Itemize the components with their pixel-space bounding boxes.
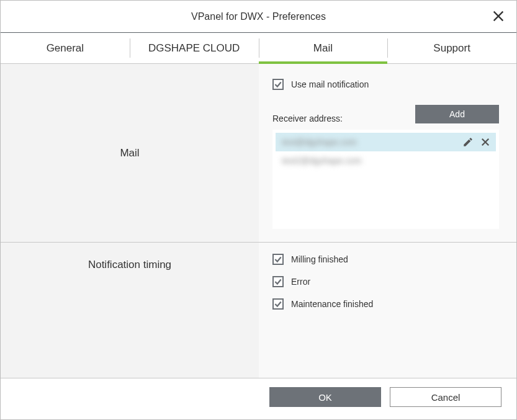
tab-dgshape-cloud[interactable]: DGSHAPE CLOUD <box>130 33 259 63</box>
use-mail-notification-checkbox[interactable]: Use mail notification <box>272 79 499 90</box>
timing-section-heading: Notification timing <box>1 243 259 378</box>
tab-support[interactable]: Support <box>387 33 516 63</box>
mail-section-body: Use mail notification Receiver address: … <box>259 64 516 242</box>
delete-icon[interactable] <box>480 136 491 148</box>
error-label: Error <box>291 277 310 287</box>
button-bar: OK Cancel <box>269 387 501 407</box>
cancel-button[interactable]: Cancel <box>390 387 501 407</box>
milling-finished-label: Milling finished <box>291 254 348 264</box>
ok-button[interactable]: OK <box>269 387 381 407</box>
receiver-row: Receiver address: Add <box>272 105 499 123</box>
add-button[interactable]: Add <box>415 105 499 123</box>
error-checkbox[interactable]: Error <box>272 276 378 287</box>
receiver-label: Receiver address: <box>272 114 343 123</box>
mail-section: Mail Use mail notification Receiver addr… <box>1 64 516 243</box>
use-mail-notification-label: Use mail notification <box>291 79 369 89</box>
maintenance-finished-checkbox[interactable]: Maintenance finished <box>272 298 378 310</box>
tab-bar: General DGSHAPE CLOUD Mail Support <box>1 33 516 64</box>
timing-section: Notification timing Milling finished Err… <box>1 243 516 378</box>
window-title: VPanel for DWX - Preferences <box>191 11 326 22</box>
tab-mail[interactable]: Mail <box>259 33 388 63</box>
close-icon[interactable] <box>492 9 505 23</box>
checkbox-icon <box>272 298 284 310</box>
address-list: test@dgshape.com test2@dgshape.com <box>272 130 499 229</box>
content-area: Mail Use mail notification Receiver addr… <box>1 64 516 378</box>
title-bar: VPanel for DWX - Preferences <box>1 1 516 33</box>
list-item[interactable]: test@dgshape.com <box>276 133 496 151</box>
checkbox-icon <box>272 254 284 265</box>
address-text: test2@dgshape.com <box>282 156 491 166</box>
milling-finished-checkbox[interactable]: Milling finished <box>272 254 378 265</box>
maintenance-finished-label: Maintenance finished <box>291 299 373 309</box>
mail-section-heading: Mail <box>1 64 259 242</box>
edit-icon[interactable] <box>462 136 474 148</box>
list-item[interactable]: test2@dgshape.com <box>276 151 496 170</box>
tab-general[interactable]: General <box>1 33 130 63</box>
address-text: test@dgshape.com <box>282 137 462 147</box>
timing-section-body: Milling finished Error Maintenance finis… <box>259 243 516 378</box>
checkbox-icon <box>272 276 284 287</box>
checkbox-icon <box>272 79 284 90</box>
